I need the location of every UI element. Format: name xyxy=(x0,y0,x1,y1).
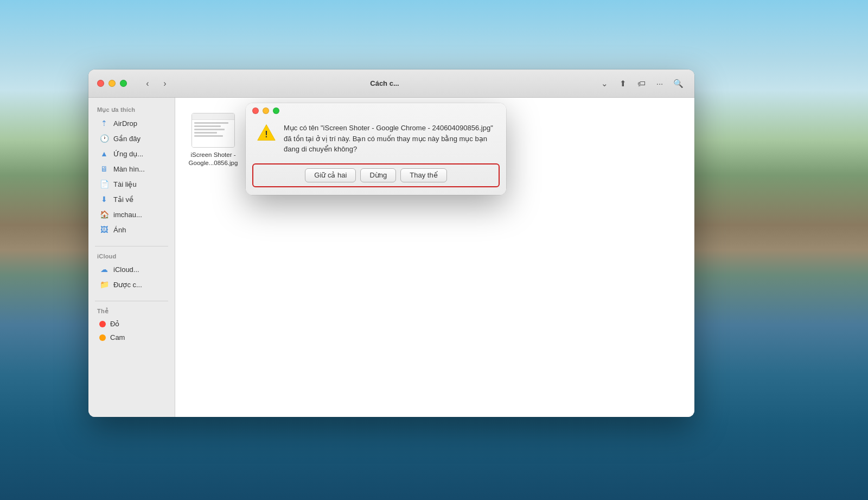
apps-icon: ▲ xyxy=(99,149,109,159)
tag-button[interactable]: 🏷 xyxy=(634,76,649,91)
share-button[interactable]: ⬆ xyxy=(615,76,630,91)
share-icon: ⬆ xyxy=(620,79,627,88)
svg-text:!: ! xyxy=(265,129,267,139)
home-icon: 🏠 xyxy=(99,210,109,219)
sidebar-item-icloud[interactable]: ☁ iCloud... xyxy=(91,262,173,277)
photos-icon: 🖼 xyxy=(99,225,109,235)
nav-buttons: ‹ › xyxy=(140,76,173,91)
search-button[interactable]: 🔍 xyxy=(671,76,686,91)
sidebar-label-tag-red: Đỏ xyxy=(110,320,119,328)
forward-button[interactable]: › xyxy=(157,76,173,91)
file-thumbnail xyxy=(192,113,235,148)
stop-button[interactable]: Dừng xyxy=(360,168,396,182)
dialog-message: Mục có tên "iScreen Shoter - Google Chro… xyxy=(284,123,495,155)
warning-triangle-icon: ! xyxy=(257,122,276,143)
downloads-icon: ⬇ xyxy=(99,194,109,204)
dialog-buttons-highlighted: Giữ cả hai Dừng Thay thế xyxy=(252,163,500,187)
recent-icon: 🕐 xyxy=(99,134,109,143)
sidebar-label-shared: Được c... xyxy=(113,281,142,289)
finder-window: ‹ › Cách c... ⌄ ⬆ 🏷 ··· 🔍 xyxy=(88,69,694,417)
window-title: Cách c... xyxy=(179,79,590,87)
tags-section-title: Thẻ xyxy=(88,306,175,317)
maximize-button[interactable] xyxy=(120,80,127,87)
dialog-minimize-button[interactable] xyxy=(263,107,269,114)
sidebar-item-desktop[interactable]: 🖥 Màn hìn... xyxy=(91,161,173,176)
sidebar-item-documents[interactable]: 📄 Tài liệu xyxy=(91,176,173,192)
desktop-icon: 🖥 xyxy=(99,164,109,174)
sidebar-item-apps[interactable]: ▲ Ứng dụ... xyxy=(91,146,173,161)
tag-red-dot xyxy=(99,321,106,327)
back-button[interactable]: ‹ xyxy=(140,76,155,91)
minimize-button[interactable] xyxy=(108,80,116,87)
sidebar: Mục ưa thích ⇡ AirDrop 🕐 Gần đây ▲ Ứng d… xyxy=(88,98,175,417)
search-icon: 🔍 xyxy=(673,79,684,88)
sidebar-divider-2 xyxy=(95,301,168,301)
sidebar-label-apps: Ứng dụ... xyxy=(113,150,143,158)
sidebar-item-photos[interactable]: 🖼 Ảnh xyxy=(91,222,173,237)
tag-orange-dot xyxy=(99,334,106,341)
sidebar-divider-1 xyxy=(95,246,168,246)
sidebar-label-airdrop: AirDrop xyxy=(113,119,137,128)
sidebar-label-icloud: iCloud... xyxy=(113,265,139,274)
keep-both-button[interactable]: Giữ cả hai xyxy=(305,168,356,182)
dialog-titlebar xyxy=(246,103,506,118)
favorites-section-title: Mục ưa thích xyxy=(88,104,175,116)
icloud-section-title: iCloud xyxy=(88,251,175,262)
dialog-warning-icon-wrapper: ! xyxy=(257,123,276,142)
sidebar-item-shared[interactable]: 📁 Được c... xyxy=(91,277,173,292)
toolbar-actions: ⌄ ⬆ 🏷 ··· 🔍 xyxy=(597,76,686,91)
sidebar-item-recent[interactable]: 🕐 Gần đây xyxy=(91,131,173,146)
icloud-icon: ☁ xyxy=(99,264,109,274)
file-content-area: iScreen Shoter - Google...0856.jpg xyxy=(175,98,694,417)
dialog-container: ! Mục có tên "iScreen Shoter - Google Ch… xyxy=(246,103,506,195)
sidebar-item-airdrop[interactable]: ⇡ AirDrop xyxy=(91,116,173,131)
favorites-section: Mục ưa thích ⇡ AirDrop 🕐 Gần đây ▲ Ứng d… xyxy=(88,104,175,237)
sidebar-label-downloads: Tải về xyxy=(113,195,133,204)
more-icon: ··· xyxy=(656,79,663,88)
file-name: iScreen Shoter - Google...0856.jpg xyxy=(189,151,238,167)
back-icon: ‹ xyxy=(146,79,149,88)
tags-section: Thẻ Đỏ Cam xyxy=(88,306,175,344)
sidebar-label-photos: Ảnh xyxy=(113,226,126,234)
sidebar-item-downloads[interactable]: ⬇ Tải về xyxy=(91,192,173,207)
shared-icon: 📁 xyxy=(99,280,109,289)
finder-titlebar: ‹ › Cách c... ⌄ ⬆ 🏷 ··· 🔍 xyxy=(88,69,694,98)
documents-icon: 📄 xyxy=(99,179,109,189)
more-button[interactable]: ··· xyxy=(652,76,667,91)
file-item[interactable]: iScreen Shoter - Google...0856.jpg xyxy=(186,109,240,172)
dialog-maximize-button[interactable] xyxy=(273,107,279,114)
sidebar-item-imchau[interactable]: 🏠 imchau... xyxy=(91,207,173,222)
dialog-traffic-lights xyxy=(252,107,279,114)
finder-body: Mục ưa thích ⇡ AirDrop 🕐 Gần đây ▲ Ứng d… xyxy=(88,98,694,417)
replace-dialog: ! Mục có tên "iScreen Shoter - Google Ch… xyxy=(246,103,506,195)
icloud-section: iCloud ☁ iCloud... 📁 Được c... xyxy=(88,251,175,292)
sidebar-label-imchau: imchau... xyxy=(113,211,142,219)
sidebar-item-tag-orange[interactable]: Cam xyxy=(91,331,173,344)
sidebar-label-documents: Tài liệu xyxy=(113,180,137,188)
chevron-down-icon: ⌄ xyxy=(601,79,608,88)
dialog-layer: ! Mục có tên "iScreen Shoter - Google Ch… xyxy=(175,98,694,417)
sidebar-item-tag-red[interactable]: Đỏ xyxy=(91,317,173,331)
dialog-body: ! Mục có tên "iScreen Shoter - Google Ch… xyxy=(246,118,506,163)
airdrop-icon: ⇡ xyxy=(99,118,109,128)
dropdown-button[interactable]: ⌄ xyxy=(597,76,612,91)
sidebar-label-recent: Gần đây xyxy=(113,135,141,143)
forward-icon: › xyxy=(163,79,166,88)
tag-icon: 🏷 xyxy=(637,79,646,88)
sidebar-label-desktop: Màn hìn... xyxy=(113,165,145,173)
traffic-lights xyxy=(97,80,127,87)
replace-button[interactable]: Thay thế xyxy=(400,168,446,182)
sidebar-label-tag-orange: Cam xyxy=(110,333,125,341)
dialog-close-button[interactable] xyxy=(252,107,259,114)
close-button[interactable] xyxy=(97,80,104,87)
